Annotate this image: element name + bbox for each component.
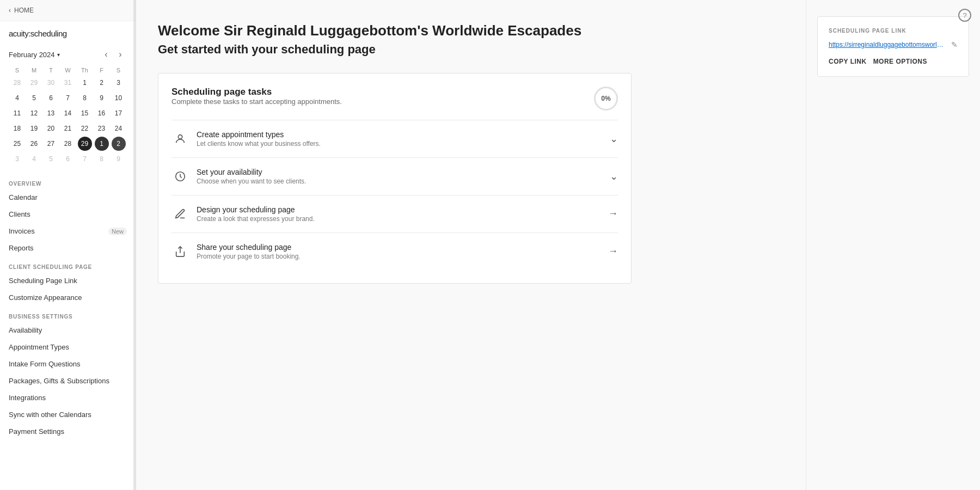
cal-day[interactable]: 4: [27, 152, 41, 166]
more-options-button[interactable]: MORE OPTIONS: [873, 58, 927, 65]
sidebar-item-clients[interactable]: Clients: [0, 206, 136, 223]
customize-appearance-label: Customize Appearance: [9, 293, 82, 302]
sidebar-item-appointment-types[interactable]: Appointment Types: [0, 339, 136, 356]
person-icon: [171, 130, 189, 148]
help-icon[interactable]: ?: [958, 9, 971, 22]
clock-icon: [171, 168, 189, 185]
arrow-right-icon: →: [608, 246, 618, 257]
task-desc: Promote your page to start booking.: [197, 253, 601, 260]
month-dropdown-icon: ▾: [57, 52, 60, 58]
cal-day[interactable]: 28: [61, 137, 75, 151]
cal-day[interactable]: 9: [95, 91, 109, 105]
availability-label: Availability: [9, 326, 42, 334]
invoices-new-badge: New: [108, 228, 127, 235]
task-create-appointment-types[interactable]: Create appointment types Let clients kno…: [171, 120, 618, 157]
sidebar-item-packages[interactable]: Packages, Gifts & Subscriptions: [0, 372, 136, 389]
progress-circle: 0%: [594, 87, 618, 111]
cal-day[interactable]: 3: [112, 76, 126, 90]
task-title: Create appointment types: [197, 130, 602, 139]
cal-day[interactable]: 3: [10, 152, 24, 166]
scheduling-link-url[interactable]: https://sirreginaldluggagebottomsworldwi…: [829, 41, 947, 48]
cal-day[interactable]: 6: [61, 152, 75, 166]
cal-day[interactable]: 7: [61, 91, 75, 105]
calendar-day-headers: S M T W Th F S: [9, 65, 127, 75]
cal-day[interactable]: 2: [95, 76, 109, 90]
cal-day[interactable]: 11: [10, 106, 24, 120]
sidebar-item-reports[interactable]: Reports: [0, 240, 136, 256]
cal-day[interactable]: 18: [10, 121, 24, 136]
task-title: Set your availability: [197, 168, 602, 176]
cal-day[interactable]: 6: [44, 91, 58, 105]
intake-form-label: Intake Form Questions: [9, 360, 81, 368]
chevron-down-icon: ⌄: [610, 133, 618, 145]
cal-day[interactable]: 22: [78, 121, 92, 136]
cal-day-selected[interactable]: 29: [78, 137, 92, 151]
cal-day[interactable]: 8: [95, 152, 109, 166]
cal-day[interactable]: 8: [78, 91, 92, 105]
calendar-next-button[interactable]: ›: [114, 48, 127, 61]
cal-day[interactable]: 31: [61, 76, 75, 90]
reports-nav-label: Reports: [9, 244, 34, 252]
cal-day[interactable]: 25: [10, 137, 24, 151]
cal-day-today-1[interactable]: 1: [95, 137, 109, 151]
tasks-card-subtitle: Complete these tasks to start accepting …: [171, 97, 342, 106]
cal-day[interactable]: 20: [44, 121, 58, 136]
cal-day[interactable]: 12: [27, 106, 41, 120]
main-content: Welcome Sir Reginald Luggagebottom's Wor…: [136, 0, 806, 490]
sidebar-item-intake-form[interactable]: Intake Form Questions: [0, 356, 136, 372]
cal-day[interactable]: 24: [112, 121, 126, 136]
cal-day[interactable]: 5: [27, 91, 41, 105]
task-share-scheduling-page[interactable]: Share your scheduling page Promote your …: [171, 232, 618, 270]
sidebar-item-availability[interactable]: Availability: [0, 322, 136, 339]
scheduling-tasks-card: Scheduling page tasks Complete these tas…: [158, 73, 632, 284]
scheduling-link-card: SCHEDULING PAGE LINK https://sirreginald…: [817, 16, 969, 77]
clients-nav-label: Clients: [9, 210, 30, 218]
cal-day[interactable]: 29: [27, 76, 41, 90]
sidebar-item-scheduling-page-link[interactable]: Scheduling Page Link: [0, 272, 136, 289]
cal-day[interactable]: 15: [78, 106, 92, 120]
cal-day[interactable]: 28: [10, 76, 24, 90]
cal-day[interactable]: 7: [78, 152, 92, 166]
cal-day[interactable]: 23: [95, 121, 109, 136]
sidebar-item-integrations[interactable]: Integrations: [0, 389, 136, 406]
cal-day[interactable]: 9: [112, 152, 126, 166]
calendar-nav-label: Calendar: [9, 193, 38, 201]
edit-link-icon[interactable]: ✎: [951, 40, 958, 49]
cal-day[interactable]: 16: [95, 106, 109, 120]
cal-day[interactable]: 1: [78, 76, 92, 90]
sidebar-item-calendar[interactable]: Calendar: [0, 189, 136, 206]
task-title: Design your scheduling page: [197, 205, 601, 214]
back-home-link[interactable]: ‹ HOME: [0, 0, 136, 21]
client-scheduling-section-label: CLIENT SCHEDULING PAGE: [0, 256, 136, 272]
sidebar-item-invoices[interactable]: Invoices New: [0, 223, 136, 240]
pen-icon: [171, 205, 189, 223]
task-design-scheduling-page[interactable]: Design your scheduling page Create a loo…: [171, 195, 618, 232]
calendar-grid: S M T W Th F S 28 29 30 31 1 2 3 4 5: [9, 65, 127, 167]
payment-settings-label: Payment Settings: [9, 427, 64, 436]
cal-day[interactable]: 19: [27, 121, 41, 136]
cal-day[interactable]: 13: [44, 106, 58, 120]
cal-day[interactable]: 10: [112, 91, 126, 105]
calendar-month-label[interactable]: February 2024 ▾: [9, 51, 60, 59]
task-set-availability[interactable]: Set your availability Choose when you wa…: [171, 157, 618, 195]
calendar-prev-button[interactable]: ‹: [100, 48, 113, 61]
svg-point-0: [178, 134, 182, 138]
cal-day[interactable]: 14: [61, 106, 75, 120]
scheduling-link-card-label: SCHEDULING PAGE LINK: [829, 28, 958, 34]
scheduling-page-link-label: Scheduling Page Link: [9, 277, 77, 285]
cal-day-today-2[interactable]: 2: [112, 137, 126, 151]
appointment-types-label: Appointment Types: [9, 343, 69, 351]
cal-day[interactable]: 26: [27, 137, 41, 151]
copy-link-button[interactable]: COPY LINK: [829, 58, 867, 65]
cal-day[interactable]: 5: [44, 152, 58, 166]
cal-day[interactable]: 4: [10, 91, 24, 105]
sync-calendars-label: Sync with other Calendars: [9, 411, 91, 419]
sidebar-item-payment-settings[interactable]: Payment Settings: [0, 423, 136, 440]
task-title: Share your scheduling page: [197, 243, 601, 252]
sidebar-item-sync-calendars[interactable]: Sync with other Calendars: [0, 406, 136, 423]
sidebar-item-customize-appearance[interactable]: Customize Appearance: [0, 289, 136, 306]
cal-day[interactable]: 21: [61, 121, 75, 136]
cal-day[interactable]: 27: [44, 137, 58, 151]
cal-day[interactable]: 30: [44, 76, 58, 90]
cal-day[interactable]: 17: [112, 106, 126, 120]
